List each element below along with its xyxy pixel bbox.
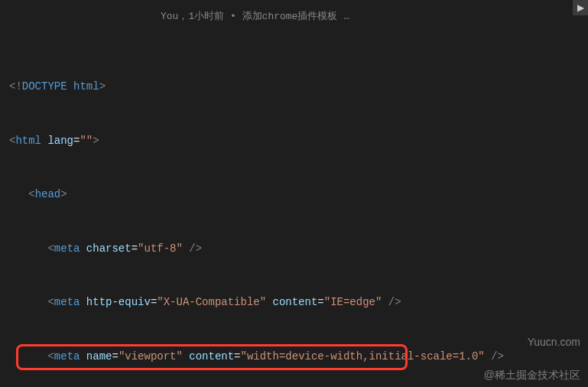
tag: meta bbox=[54, 242, 80, 255]
punct: = bbox=[234, 350, 240, 363]
attr: lang bbox=[41, 135, 73, 147]
string: "width=device-width,initial-scale=1.0" bbox=[241, 350, 485, 363]
punct: > bbox=[99, 80, 106, 93]
git-code-lens[interactable]: You，1小时前 • 添加chrome插件模板 … bbox=[161, 8, 349, 26]
attr: content bbox=[183, 350, 234, 363]
attr: http-equiv bbox=[80, 296, 150, 308]
code-line: <head> bbox=[9, 186, 579, 204]
string: "utf-8" bbox=[138, 242, 183, 255]
punct: < bbox=[28, 188, 34, 200]
tag: head bbox=[35, 188, 61, 200]
code-line: <meta name="viewport" content="width=dev… bbox=[9, 348, 579, 366]
punct: = bbox=[317, 296, 323, 308]
punct: <! bbox=[9, 80, 22, 93]
punct: < bbox=[47, 296, 54, 308]
keyword: DOCTYPE bbox=[22, 80, 67, 93]
attr: content bbox=[266, 296, 317, 308]
code-line: <meta charset="utf-8" /> bbox=[9, 240, 579, 259]
watermark-top: Yuucn.com bbox=[528, 336, 580, 348]
punct: = bbox=[112, 350, 118, 363]
punct: < bbox=[47, 242, 54, 255]
tag: meta bbox=[54, 350, 80, 363]
punct: > bbox=[60, 188, 67, 200]
code-line: <!DOCTYPE html> bbox=[9, 78, 579, 96]
punct: /> bbox=[485, 350, 504, 363]
indent bbox=[9, 296, 28, 308]
tag: html bbox=[15, 135, 41, 147]
indent bbox=[9, 350, 28, 363]
code-line: <html lang=""> bbox=[9, 132, 579, 151]
code-editor[interactable]: You，1小时前 • 添加chrome插件模板 … <!DOCTYPE html… bbox=[0, 0, 588, 387]
attr: name bbox=[80, 350, 112, 363]
punct: = bbox=[132, 242, 138, 255]
tag: meta bbox=[54, 296, 80, 308]
string: "X-UA-Compatible" bbox=[157, 296, 266, 308]
code-line: <meta http-equiv="X-UA-Compatible" conte… bbox=[9, 294, 579, 312]
indent bbox=[9, 242, 28, 255]
attr: charset bbox=[80, 242, 131, 255]
indent bbox=[9, 188, 28, 200]
punct: /> bbox=[183, 242, 202, 255]
string: "" bbox=[80, 135, 93, 147]
punct: /> bbox=[382, 296, 401, 308]
keyword: html bbox=[67, 80, 99, 93]
indent bbox=[28, 350, 47, 363]
indent bbox=[28, 242, 47, 255]
string: "IE=edge" bbox=[324, 296, 382, 308]
watermark-bottom: @稀土掘金技术社区 bbox=[484, 369, 580, 382]
punct: < bbox=[47, 350, 54, 363]
string: "viewport" bbox=[119, 350, 183, 363]
punct: > bbox=[93, 135, 99, 147]
indent bbox=[28, 296, 47, 308]
